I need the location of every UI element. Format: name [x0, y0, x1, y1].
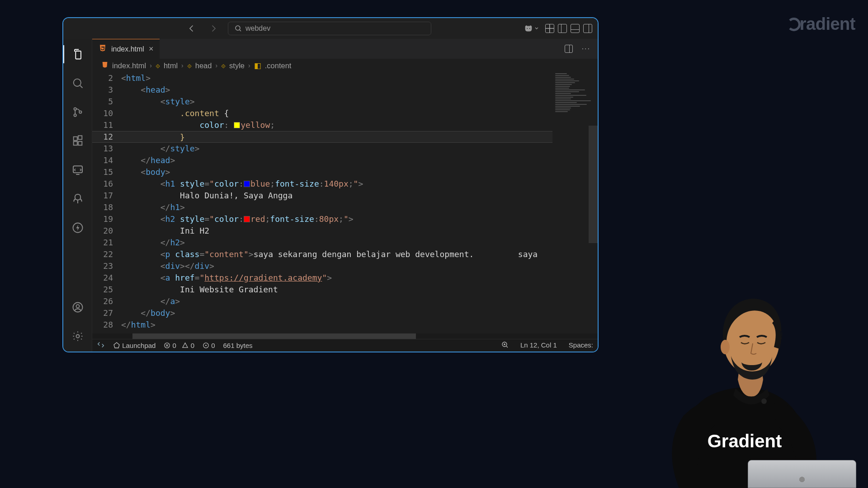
- html5-icon: [101, 61, 108, 70]
- extensions-icon[interactable]: [71, 134, 85, 148]
- thunder-client-icon[interactable]: [71, 221, 85, 235]
- remote-explorer-icon[interactable]: [71, 163, 85, 177]
- command-center-search[interactable]: webdev: [228, 22, 431, 35]
- ide-window: webdev: [62, 17, 599, 352]
- svg-rect-5: [73, 137, 77, 141]
- svg-point-3: [74, 114, 76, 116]
- explorer-icon[interactable]: [71, 47, 85, 61]
- svg-point-0: [236, 26, 240, 30]
- html5-icon: [99, 44, 107, 54]
- svg-rect-6: [73, 141, 77, 145]
- cursor-position-status[interactable]: Ln 12, Col 1: [520, 341, 557, 350]
- tab-bar: index.html × ···: [92, 39, 598, 59]
- presenter-figure: Gradient: [625, 289, 855, 488]
- symbol-icon: ⟐: [221, 61, 226, 70]
- copilot-icon[interactable]: [524, 23, 539, 33]
- svg-point-16: [205, 345, 207, 346]
- remote-indicator-icon[interactable]: [97, 341, 105, 350]
- activity-bar: [63, 39, 92, 352]
- zoom-status-icon[interactable]: [501, 341, 509, 350]
- svg-rect-8: [78, 136, 82, 139]
- tab-index-html[interactable]: index.html ×: [92, 39, 160, 59]
- tree-icon[interactable]: [71, 192, 85, 206]
- svg-point-2: [74, 108, 76, 110]
- svg-rect-7: [78, 141, 82, 145]
- svg-point-19: [721, 340, 730, 354]
- hints-status[interactable]: 0: [203, 342, 215, 349]
- chevron-right-icon: ›: [248, 62, 250, 69]
- svg-text:Gradient: Gradient: [708, 431, 782, 451]
- tab-more-icon[interactable]: ···: [582, 45, 590, 53]
- titlebar: webdev: [63, 18, 598, 39]
- chevron-right-icon: ›: [181, 62, 184, 69]
- svg-point-20: [761, 399, 767, 404]
- search-value: webdev: [245, 24, 270, 33]
- chevron-right-icon: ›: [215, 62, 217, 69]
- status-bar: Launchpad 0 0 0 661 bytes: [92, 339, 598, 352]
- nav-back-icon[interactable]: [186, 23, 197, 34]
- breadcrumb-item[interactable]: index.html: [112, 61, 146, 70]
- source-control-icon[interactable]: [71, 105, 85, 119]
- minimap-viewport[interactable]: [589, 126, 598, 243]
- breadcrumb-item[interactable]: html: [164, 61, 178, 70]
- symbol-icon: ⟐: [187, 61, 192, 70]
- horizontal-scrollbar[interactable]: [92, 333, 598, 339]
- breadcrumb[interactable]: index.html › ⟐ html › ⟐ head › ⟐ style ›…: [92, 59, 598, 72]
- svg-point-12: [76, 305, 79, 308]
- layout-customize-icon[interactable]: [545, 24, 554, 33]
- toggle-panel-icon[interactable]: [571, 24, 580, 33]
- code-editor[interactable]: 2351011121314151617181920212223242526272…: [92, 72, 598, 333]
- symbol-icon: ◧: [254, 61, 261, 70]
- toggle-sidebar-icon[interactable]: [558, 24, 567, 33]
- file-size-status[interactable]: 661 bytes: [223, 342, 252, 349]
- svg-point-1: [73, 79, 80, 86]
- watermark-logo: radient: [787, 14, 855, 34]
- breadcrumb-item[interactable]: head: [195, 61, 212, 70]
- line-number-gutter: 2351011121314151617181920212223242526272…: [92, 72, 121, 333]
- indentation-status[interactable]: Spaces:: [569, 341, 593, 350]
- launchpad-status[interactable]: Launchpad: [113, 342, 156, 349]
- settings-gear-icon[interactable]: [71, 329, 85, 343]
- tab-close-icon[interactable]: ×: [149, 46, 154, 52]
- errors-status[interactable]: 0 0: [164, 342, 194, 349]
- tab-label: index.html: [111, 45, 144, 53]
- search-icon[interactable]: [71, 76, 85, 90]
- breadcrumb-item[interactable]: style: [229, 61, 245, 70]
- split-editor-icon[interactable]: [565, 45, 573, 53]
- minimap[interactable]: [552, 72, 598, 333]
- toggle-secondary-sidebar-icon[interactable]: [583, 24, 592, 33]
- laptop-prop: [748, 460, 856, 488]
- code-content[interactable]: <html> <head> <style> .content { color: …: [121, 72, 598, 333]
- chevron-right-icon: ›: [150, 62, 152, 69]
- symbol-icon: ⟐: [156, 61, 160, 70]
- svg-point-4: [79, 111, 81, 113]
- nav-forward-icon[interactable]: [208, 23, 219, 34]
- account-icon[interactable]: [71, 300, 85, 314]
- breadcrumb-item[interactable]: .content: [265, 61, 292, 70]
- svg-point-13: [76, 335, 79, 338]
